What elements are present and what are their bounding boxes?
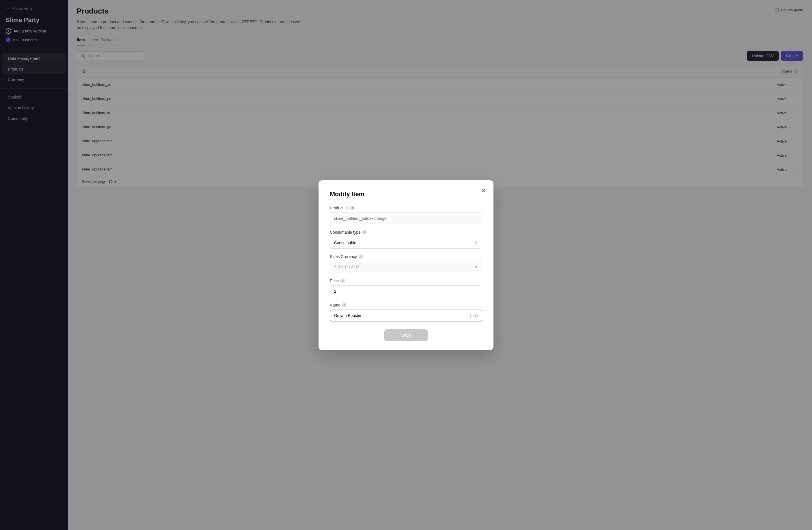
product-id-label: Product ID i — [330, 206, 482, 210]
price-group: Price i — [330, 278, 482, 297]
product-id-group: Product ID i — [330, 206, 482, 224]
consumable-type-info-icon: i — [362, 230, 367, 234]
consumable-type-select[interactable]: Consumable ▼ — [330, 237, 482, 249]
consumable-type-group: Consumable type i Consumable ▼ — [330, 230, 482, 249]
sales-currency-arrow-icon: ▼ — [475, 265, 478, 269]
modal-overlay[interactable]: ✕ Modify Item Product ID i Consumable ty… — [0, 0, 812, 530]
sales-currency-group: Sales Currency i ZEPETO ZEM ▼ — [330, 254, 482, 273]
modal-close-button[interactable]: ✕ — [479, 186, 488, 195]
sales-currency-value: ZEPETO ZEM — [334, 265, 359, 269]
modal-title: Modify Item — [330, 190, 482, 198]
price-label: Price i — [330, 278, 482, 283]
product-id-info-icon: i — [350, 206, 354, 210]
consumable-type-value: Consumable — [334, 241, 356, 245]
name-group: Name i 14/30 — [330, 303, 482, 321]
modal-footer: Save — [330, 329, 482, 341]
consumable-type-arrow-icon: ▼ — [475, 241, 478, 245]
name-label: Name i — [330, 303, 482, 307]
product-id-input[interactable] — [330, 213, 482, 224]
name-char-count: 14/30 — [470, 314, 478, 317]
price-info-icon: i — [340, 278, 345, 283]
sales-currency-select[interactable]: ZEPETO ZEM ▼ — [330, 261, 482, 273]
sales-currency-label: Sales Currency i — [330, 254, 482, 259]
modify-item-modal: ✕ Modify Item Product ID i Consumable ty… — [319, 180, 493, 350]
name-input[interactable] — [330, 310, 482, 321]
consumable-type-label: Consumable type i — [330, 230, 482, 234]
price-input[interactable] — [330, 285, 482, 297]
save-button[interactable]: Save — [384, 329, 428, 341]
sales-currency-info-icon: i — [359, 254, 363, 259]
name-info-icon: i — [342, 303, 347, 307]
name-input-wrapper: 14/30 — [330, 310, 482, 321]
